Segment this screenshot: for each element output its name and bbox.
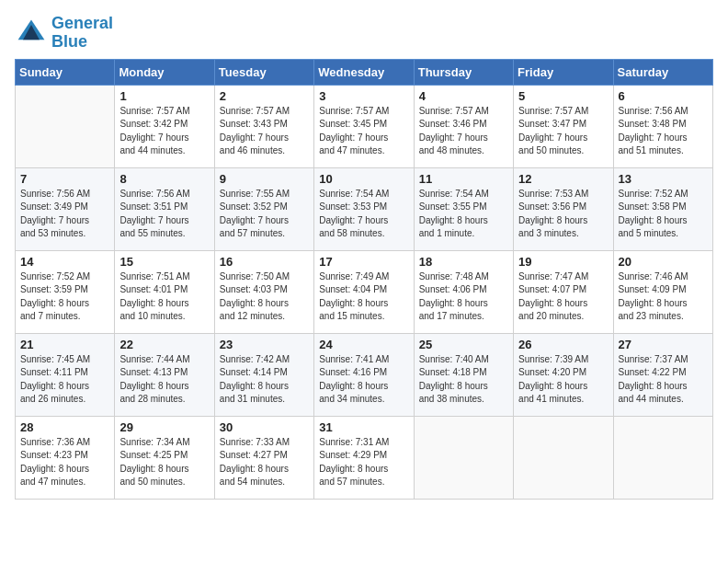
day-number: 2: [220, 89, 309, 103]
calendar-cell: 25Sunrise: 7:40 AMSunset: 4:18 PMDayligh…: [414, 333, 513, 416]
calendar-cell: 3Sunrise: 7:57 AMSunset: 3:45 PMDaylight…: [314, 85, 414, 167]
calendar-cell: [514, 416, 613, 499]
calendar-cell: 30Sunrise: 7:33 AMSunset: 4:27 PMDayligh…: [214, 416, 313, 499]
logo-text: General Blue: [51, 15, 113, 52]
cell-info: Sunrise: 7:54 AMSunset: 3:55 PMDaylight:…: [419, 188, 508, 241]
calendar-cell: 17Sunrise: 7:49 AMSunset: 4:04 PMDayligh…: [314, 250, 414, 333]
cell-info: Sunrise: 7:50 AMSunset: 4:03 PMDaylight:…: [220, 270, 309, 324]
calendar-week-row: 14Sunrise: 7:52 AMSunset: 3:59 PMDayligh…: [16, 250, 713, 333]
day-number: 31: [319, 420, 408, 434]
calendar-cell: 20Sunrise: 7:46 AMSunset: 4:09 PMDayligh…: [613, 250, 712, 333]
calendar-cell: 29Sunrise: 7:34 AMSunset: 4:25 PMDayligh…: [115, 416, 214, 499]
day-number: 13: [619, 172, 708, 186]
day-header-wednesday: Wednesday: [314, 59, 414, 85]
day-number: 28: [20, 420, 109, 434]
calendar-cell: 14Sunrise: 7:52 AMSunset: 3:59 PMDayligh…: [16, 250, 115, 333]
day-number: 7: [20, 172, 109, 186]
day-number: 22: [119, 338, 209, 351]
calendar-cell: 18Sunrise: 7:48 AMSunset: 4:06 PMDayligh…: [414, 250, 513, 333]
cell-info: Sunrise: 7:55 AMSunset: 3:52 PMDaylight:…: [220, 188, 309, 241]
day-number: 26: [518, 338, 608, 351]
cell-info: Sunrise: 7:31 AMSunset: 4:29 PMDaylight:…: [319, 436, 408, 489]
cell-info: Sunrise: 7:42 AMSunset: 4:14 PMDaylight:…: [220, 353, 309, 407]
calendar-week-row: 7Sunrise: 7:56 AMSunset: 3:49 PMDaylight…: [16, 167, 713, 250]
day-header-friday: Friday: [514, 59, 613, 85]
day-header-tuesday: Tuesday: [214, 59, 313, 85]
calendar-week-row: 28Sunrise: 7:36 AMSunset: 4:23 PMDayligh…: [16, 416, 713, 499]
day-number: 17: [319, 255, 408, 269]
day-number: 3: [319, 89, 408, 103]
cell-info: Sunrise: 7:37 AMSunset: 4:22 PMDaylight:…: [619, 353, 708, 407]
calendar-cell: 12Sunrise: 7:53 AMSunset: 3:56 PMDayligh…: [514, 167, 613, 250]
calendar-cell: [16, 85, 115, 167]
cell-info: Sunrise: 7:40 AMSunset: 4:18 PMDaylight:…: [419, 353, 508, 407]
cell-info: Sunrise: 7:49 AMSunset: 4:04 PMDaylight:…: [319, 270, 408, 324]
day-number: 19: [518, 255, 608, 269]
cell-info: Sunrise: 7:57 AMSunset: 3:47 PMDaylight:…: [518, 105, 608, 158]
calendar-cell: 21Sunrise: 7:45 AMSunset: 4:11 PMDayligh…: [16, 333, 115, 416]
calendar-cell: 19Sunrise: 7:47 AMSunset: 4:07 PMDayligh…: [514, 250, 613, 333]
cell-info: Sunrise: 7:39 AMSunset: 4:20 PMDaylight:…: [518, 353, 608, 407]
day-number: 4: [419, 89, 508, 103]
calendar-week-row: 1Sunrise: 7:57 AMSunset: 3:42 PMDaylight…: [16, 85, 713, 167]
calendar-cell: [613, 416, 712, 499]
day-number: 10: [319, 172, 408, 186]
day-number: 14: [20, 255, 109, 269]
calendar-header-row: SundayMondayTuesdayWednesdayThursdayFrid…: [16, 59, 713, 85]
cell-info: Sunrise: 7:44 AMSunset: 4:13 PMDaylight:…: [119, 353, 209, 407]
calendar-cell: 10Sunrise: 7:54 AMSunset: 3:53 PMDayligh…: [314, 167, 414, 250]
cell-info: Sunrise: 7:56 AMSunset: 3:51 PMDaylight:…: [119, 188, 209, 241]
day-number: 18: [419, 255, 508, 269]
day-header-monday: Monday: [115, 59, 214, 85]
day-number: 11: [419, 172, 508, 186]
calendar-cell: 26Sunrise: 7:39 AMSunset: 4:20 PMDayligh…: [514, 333, 613, 416]
calendar-cell: 31Sunrise: 7:31 AMSunset: 4:29 PMDayligh…: [314, 416, 414, 499]
calendar-cell: 7Sunrise: 7:56 AMSunset: 3:49 PMDaylight…: [16, 167, 115, 250]
day-number: 24: [319, 338, 408, 351]
cell-info: Sunrise: 7:52 AMSunset: 3:58 PMDaylight:…: [619, 188, 708, 241]
day-header-saturday: Saturday: [613, 59, 712, 85]
calendar-cell: 2Sunrise: 7:57 AMSunset: 3:43 PMDaylight…: [214, 85, 313, 167]
calendar-cell: 4Sunrise: 7:57 AMSunset: 3:46 PMDaylight…: [414, 85, 513, 167]
cell-info: Sunrise: 7:57 AMSunset: 3:46 PMDaylight:…: [419, 105, 508, 158]
cell-info: Sunrise: 7:56 AMSunset: 3:49 PMDaylight:…: [20, 188, 109, 241]
calendar-cell: 8Sunrise: 7:56 AMSunset: 3:51 PMDaylight…: [115, 167, 214, 250]
cell-info: Sunrise: 7:33 AMSunset: 4:27 PMDaylight:…: [220, 436, 309, 489]
cell-info: Sunrise: 7:48 AMSunset: 4:06 PMDaylight:…: [419, 270, 508, 324]
day-number: 6: [619, 89, 708, 103]
cell-info: Sunrise: 7:45 AMSunset: 4:11 PMDaylight:…: [20, 353, 109, 407]
calendar-cell: 5Sunrise: 7:57 AMSunset: 3:47 PMDaylight…: [514, 85, 613, 167]
calendar-week-row: 21Sunrise: 7:45 AMSunset: 4:11 PMDayligh…: [16, 333, 713, 416]
day-number: 25: [419, 338, 508, 351]
day-number: 12: [518, 172, 608, 186]
cell-info: Sunrise: 7:57 AMSunset: 3:43 PMDaylight:…: [220, 105, 309, 158]
day-number: 20: [619, 255, 708, 269]
day-header-thursday: Thursday: [414, 59, 513, 85]
cell-info: Sunrise: 7:52 AMSunset: 3:59 PMDaylight:…: [20, 270, 109, 324]
calendar-cell: 23Sunrise: 7:42 AMSunset: 4:14 PMDayligh…: [214, 333, 313, 416]
calendar-table: SundayMondayTuesdayWednesdayThursdayFrid…: [15, 59, 713, 500]
calendar-cell: 28Sunrise: 7:36 AMSunset: 4:23 PMDayligh…: [16, 416, 115, 499]
day-number: 9: [220, 172, 309, 186]
calendar-cell: 16Sunrise: 7:50 AMSunset: 4:03 PMDayligh…: [214, 250, 313, 333]
cell-info: Sunrise: 7:36 AMSunset: 4:23 PMDaylight:…: [20, 436, 109, 489]
calendar-cell: 9Sunrise: 7:55 AMSunset: 3:52 PMDaylight…: [214, 167, 313, 250]
logo-icon: [15, 17, 48, 50]
day-number: 8: [119, 172, 209, 186]
calendar-cell: 15Sunrise: 7:51 AMSunset: 4:01 PMDayligh…: [115, 250, 214, 333]
day-number: 15: [119, 255, 209, 269]
day-number: 30: [220, 420, 309, 434]
cell-info: Sunrise: 7:57 AMSunset: 3:42 PMDaylight:…: [119, 105, 209, 158]
cell-info: Sunrise: 7:41 AMSunset: 4:16 PMDaylight:…: [319, 353, 408, 407]
cell-info: Sunrise: 7:57 AMSunset: 3:45 PMDaylight:…: [319, 105, 408, 158]
logo: General Blue: [15, 15, 113, 52]
calendar-cell: 27Sunrise: 7:37 AMSunset: 4:22 PMDayligh…: [613, 333, 712, 416]
calendar-cell: [414, 416, 513, 499]
cell-info: Sunrise: 7:47 AMSunset: 4:07 PMDaylight:…: [518, 270, 608, 324]
calendar-cell: 6Sunrise: 7:56 AMSunset: 3:48 PMDaylight…: [613, 85, 712, 167]
cell-info: Sunrise: 7:51 AMSunset: 4:01 PMDaylight:…: [119, 270, 209, 324]
cell-info: Sunrise: 7:53 AMSunset: 3:56 PMDaylight:…: [518, 188, 608, 241]
day-number: 1: [119, 89, 209, 103]
cell-info: Sunrise: 7:46 AMSunset: 4:09 PMDaylight:…: [619, 270, 708, 324]
cell-info: Sunrise: 7:56 AMSunset: 3:48 PMDaylight:…: [619, 105, 708, 158]
